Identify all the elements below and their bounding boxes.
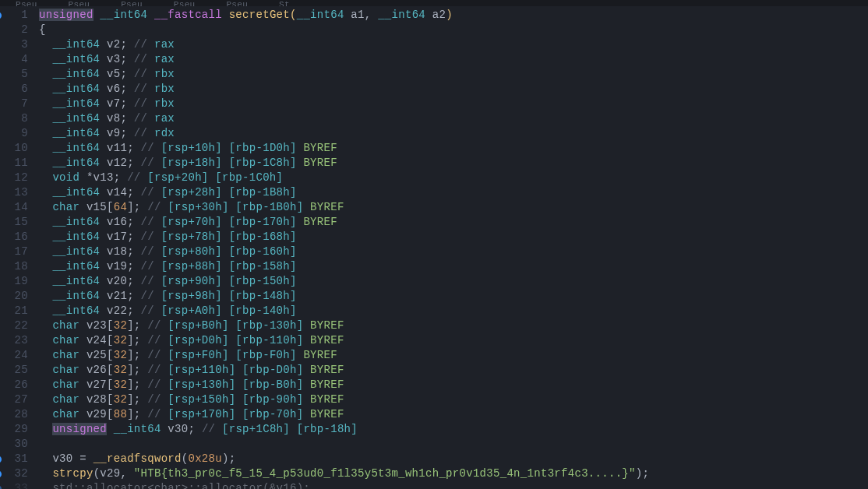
line-number[interactable]: 4 [0, 52, 28, 67]
code-line[interactable]: __int64 v2; // rax [39, 37, 868, 52]
tab[interactable]: Pseu [210, 0, 263, 6]
code-line[interactable]: __int64 v5; // rbx [39, 67, 868, 82]
line-number[interactable]: 12 [0, 171, 28, 185]
line-number[interactable]: 20 [0, 289, 28, 304]
tab[interactable]: Pseu [0, 0, 53, 6]
code-line[interactable]: __int64 v21; // [rsp+98h] [rbp-148h] [39, 289, 868, 304]
line-number[interactable]: 29 [0, 422, 28, 437]
line-number[interactable]: 5 [0, 67, 28, 82]
code-line[interactable]: __int64 v7; // rbx [39, 97, 868, 111]
code-line[interactable]: __int64 v9; // rdx [39, 126, 868, 141]
code-line[interactable]: char v25[32]; // [rsp+F0h] [rbp-F0h] BYR… [39, 348, 868, 363]
code-line[interactable]: __int64 v14; // [rsp+28h] [rbp-1B8h] [39, 185, 868, 200]
tab[interactable]: Pseu [158, 0, 211, 6]
code-line[interactable]: unsigned __int64 v30; // [rsp+1C8h] [rbp… [39, 422, 868, 437]
code-line[interactable] [39, 437, 868, 452]
code-line[interactable]: char v23[32]; // [rsp+B0h] [rbp-130h] BY… [39, 318, 868, 333]
breakpoint-icon[interactable] [0, 456, 2, 463]
code-line[interactable]: __int64 v6; // rbx [39, 82, 868, 97]
code-line[interactable]: __int64 v17; // [rsp+78h] [rbp-168h] [39, 230, 868, 244]
code-line[interactable]: char v27[32]; // [rsp+130h] [rbp-B0h] BY… [39, 378, 868, 392]
code-line[interactable]: char v24[32]; // [rsp+D0h] [rbp-110h] BY… [39, 333, 868, 348]
line-number[interactable]: 26 [0, 378, 28, 392]
line-number[interactable]: 10 [0, 141, 28, 156]
code-line[interactable]: char v26[32]; // [rsp+110h] [rbp-D0h] BY… [39, 363, 868, 378]
line-number[interactable]: 11 [0, 156, 28, 171]
code-line[interactable]: void *v13; // [rsp+20h] [rbp-1C0h] [39, 171, 868, 185]
breakpoint-icon[interactable] [0, 12, 2, 19]
line-number[interactable]: 3 [0, 37, 28, 52]
line-number[interactable]: 16 [0, 230, 28, 244]
line-number[interactable]: 7 [0, 97, 28, 111]
code-line[interactable]: char v29[88]; // [rsp+170h] [rbp-70h] BY… [39, 407, 868, 422]
line-number[interactable]: 33 [0, 481, 28, 489]
code-line[interactable]: __int64 v19; // [rsp+88h] [rbp-158h] [39, 259, 868, 274]
line-number[interactable]: 25 [0, 363, 28, 378]
line-number[interactable]: 21 [0, 304, 28, 318]
line-number[interactable]: 28 [0, 407, 28, 422]
code-line[interactable]: __int64 v18; // [rsp+80h] [rbp-160h] [39, 244, 868, 259]
tab[interactable]: St [263, 0, 305, 6]
line-number[interactable]: 31 [0, 452, 28, 466]
code-line[interactable]: __int64 v16; // [rsp+70h] [rbp-170h] BYR… [39, 215, 868, 230]
code-line[interactable]: __int64 v11; // [rsp+10h] [rbp-1D0h] BYR… [39, 141, 868, 156]
line-number[interactable]: 9 [0, 126, 28, 141]
line-number[interactable]: 24 [0, 348, 28, 363]
line-number[interactable]: 2 [0, 23, 28, 37]
line-number[interactable]: 23 [0, 333, 28, 348]
line-number[interactable]: 14 [0, 200, 28, 215]
line-number[interactable]: 27 [0, 392, 28, 407]
line-number[interactable]: 30 [0, 437, 28, 452]
line-number-gutter[interactable]: 1234567891011121314151617181920212223242… [0, 6, 37, 489]
code-line[interactable]: unsigned __int64 __fastcall secretGet(__… [39, 8, 868, 23]
line-number[interactable]: 13 [0, 185, 28, 200]
line-number[interactable]: 6 [0, 82, 28, 97]
breakpoint-icon[interactable] [0, 485, 2, 489]
line-number[interactable]: 17 [0, 244, 28, 259]
code-line[interactable]: __int64 v20; // [rsp+90h] [rbp-150h] [39, 274, 868, 289]
code-line[interactable]: v30 = __readfsqword(0x28u); [39, 452, 868, 466]
code-editor: 1234567891011121314151617181920212223242… [0, 6, 868, 489]
code-line[interactable]: __int64 v12; // [rsp+18h] [rbp-1C8h] BYR… [39, 156, 868, 171]
code-line[interactable]: __int64 v8; // rax [39, 111, 868, 126]
line-number[interactable]: 8 [0, 111, 28, 126]
line-number[interactable]: 15 [0, 215, 28, 230]
tab-bar: PseuPseuPseuPseuPseuSt [0, 0, 868, 6]
code-line[interactable]: std::allocator<char>::allocator(&v16); [39, 481, 868, 489]
tab[interactable]: Pseu [53, 0, 106, 6]
line-number[interactable]: 19 [0, 274, 28, 289]
code-line[interactable]: char v15[64]; // [rsp+30h] [rbp-1B0h] BY… [39, 200, 868, 215]
code-line[interactable]: __int64 v22; // [rsp+A0h] [rbp-140h] [39, 304, 868, 318]
line-number[interactable]: 1 [0, 8, 28, 23]
code-line[interactable]: { [39, 23, 868, 37]
line-number[interactable]: 32 [0, 466, 28, 481]
line-number[interactable]: 22 [0, 318, 28, 333]
code-line[interactable]: __int64 v3; // rax [39, 52, 868, 67]
line-number[interactable]: 18 [0, 259, 28, 274]
breakpoint-icon[interactable] [0, 470, 2, 478]
code-content[interactable]: unsigned __int64 __fastcall secretGet(__… [37, 6, 868, 489]
tab[interactable]: Pseu [105, 0, 158, 6]
code-line[interactable]: strcpy(v29, "HTB{th3_pr0c_f5_15_4_p53ud0… [39, 466, 868, 481]
code-line[interactable]: char v28[32]; // [rsp+150h] [rbp-90h] BY… [39, 392, 868, 407]
